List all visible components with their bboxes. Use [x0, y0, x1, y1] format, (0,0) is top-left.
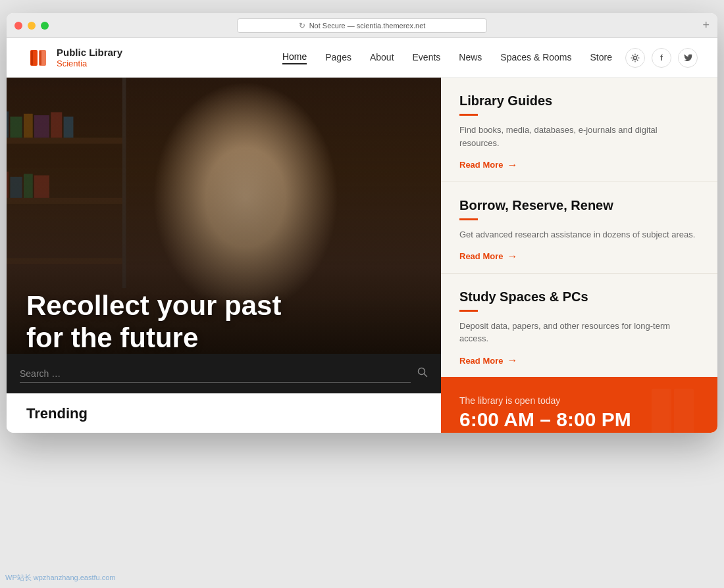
- logo-sub: Scientia: [57, 59, 122, 68]
- trending-title: Trending: [26, 405, 362, 422]
- hero-search-bar: [7, 354, 441, 393]
- study-spaces-panel: Study Spaces & PCs Deposit data, papers,…: [441, 274, 717, 378]
- hero-headline: Recollect your past for the future: [26, 290, 421, 354]
- url-bar[interactable]: ↻ Not Secure — scientia.themerex.net: [237, 18, 487, 33]
- nav-store[interactable]: Store: [590, 52, 612, 64]
- logo-text: Public Library Scientia: [57, 47, 122, 68]
- study-spaces-accent: [459, 310, 478, 312]
- hours-panel: The library is open today 6:00 AM – 8:00…: [441, 377, 717, 433]
- search-input[interactable]: [20, 365, 411, 383]
- twitter-icon-btn[interactable]: [678, 48, 698, 68]
- nav-pages[interactable]: Pages: [325, 52, 351, 64]
- window-buttons: [14, 22, 49, 30]
- svg-rect-2: [31, 51, 33, 65]
- hero-image-area: Recollect your past for the future: [7, 78, 441, 393]
- refresh-icon: ↻: [299, 21, 305, 30]
- nav-events[interactable]: Events: [413, 52, 441, 64]
- settings-icon-btn[interactable]: [625, 48, 645, 68]
- svg-point-4: [634, 56, 637, 59]
- main-nav: Home Pages About Events News Spaces & Ro…: [282, 51, 612, 64]
- library-guides-panel: Library Guides Find books, media, databa…: [441, 78, 717, 182]
- hero-section: Recollect your past for the future Lib: [7, 78, 717, 393]
- facebook-icon-btn[interactable]: f: [652, 48, 671, 68]
- arrow-icon: →: [507, 159, 517, 171]
- hero-text-block: Recollect your past for the future: [26, 290, 421, 354]
- facebook-icon: f: [660, 53, 663, 62]
- search-submit-icon[interactable]: [417, 367, 428, 380]
- hero-headline-line1: Recollect your past: [26, 290, 421, 322]
- study-spaces-title: Study Spaces & PCs: [459, 289, 699, 305]
- svg-rect-3: [39, 51, 41, 65]
- library-guides-read-more[interactable]: Read More →: [459, 159, 517, 171]
- borrow-read-more[interactable]: Read More →: [459, 251, 517, 262]
- settings-icon: [631, 53, 640, 62]
- logo-icon: [26, 46, 50, 70]
- svg-rect-27: [675, 390, 681, 433]
- twitter-icon: [684, 54, 692, 61]
- nav-news[interactable]: News: [459, 52, 482, 64]
- library-guides-title: Library Guides: [459, 93, 699, 109]
- study-spaces-read-more[interactable]: Read More →: [459, 355, 517, 366]
- nav-spaces[interactable]: Spaces & Rooms: [500, 52, 571, 64]
- svg-rect-26: [653, 390, 658, 433]
- hero-headline-line2: for the future: [26, 322, 421, 354]
- library-guides-desc: Find books, media, databases, e-journals…: [459, 124, 699, 149]
- minimize-button[interactable]: [28, 22, 36, 30]
- social-icons: f: [625, 48, 698, 68]
- maximize-button[interactable]: [41, 22, 49, 30]
- library-guides-accent: [459, 114, 478, 116]
- close-button[interactable]: [14, 22, 22, 30]
- site-header: Public Library Scientia Home Pages About…: [7, 38, 717, 78]
- logo-name: Public Library: [57, 47, 122, 59]
- logo-area[interactable]: Public Library Scientia: [26, 46, 122, 70]
- add-tab-button[interactable]: +: [702, 18, 710, 32]
- titlebar: ↻ Not Secure — scientia.themerex.net +: [7, 13, 717, 38]
- svg-line-23: [425, 374, 427, 377]
- tease-left: Trending: [26, 405, 362, 422]
- book-deco-icon: [645, 382, 704, 433]
- borrow-title: Borrow, Reserve, Renew: [459, 198, 699, 213]
- browser-window: ↻ Not Secure — scientia.themerex.net + P…: [7, 13, 717, 433]
- arrow-icon-3: →: [507, 355, 517, 366]
- watermark: WP站长 wpzhanzhang.eastfu.com: [5, 573, 116, 583]
- arrow-icon-2: →: [507, 251, 517, 262]
- borrow-panel: Borrow, Reserve, Renew Get advanced rese…: [441, 182, 717, 274]
- url-text: Not Secure — scientia.themerex.net: [309, 22, 426, 30]
- nav-about[interactable]: About: [370, 52, 394, 64]
- nav-home[interactable]: Home: [282, 51, 307, 64]
- borrow-desc: Get advanced research assistance in doze…: [459, 228, 699, 241]
- study-spaces-desc: Deposit data, papers, and other resource…: [459, 320, 699, 345]
- hero-sidebar: Library Guides Find books, media, databa…: [441, 78, 717, 393]
- borrow-accent: [459, 218, 478, 220]
